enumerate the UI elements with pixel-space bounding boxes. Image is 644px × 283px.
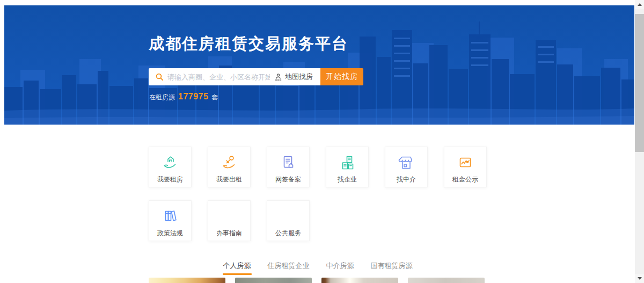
hand-key-icon bbox=[220, 152, 238, 173]
scroll-down-button[interactable] bbox=[635, 274, 644, 283]
service-card-find-agency[interactable]: 找中介 bbox=[385, 147, 428, 187]
service-card-public-services[interactable]: 公共服务 bbox=[267, 200, 310, 241]
service-grid: 我要租房 我要出租 网签备案 bbox=[149, 147, 487, 241]
service-card-find-enterprise[interactable]: 找企业 bbox=[326, 147, 369, 187]
scroll-up-button[interactable] bbox=[635, 0, 644, 9]
tab-label: 中介房源 bbox=[326, 262, 354, 270]
tab-label: 个人房源 bbox=[223, 262, 251, 270]
document-house-icon bbox=[279, 152, 297, 173]
listing-tabs: 个人房源 住房租赁企业 中介房源 国有租赁房源 bbox=[0, 261, 635, 275]
service-card-label: 网签备案 bbox=[275, 175, 301, 184]
search-icon bbox=[155, 72, 164, 81]
page-title: 成都住房租赁交易服务平台 bbox=[149, 33, 348, 55]
active-tab-underline bbox=[223, 273, 252, 275]
search-bar: 地图找房 开始找房 bbox=[149, 68, 363, 85]
service-card-label: 我要租房 bbox=[157, 175, 183, 184]
map-person-icon bbox=[274, 73, 282, 81]
listing-photo-row bbox=[149, 278, 485, 283]
stats-count: 177975 bbox=[178, 92, 208, 101]
tab-state-owned-listings[interactable]: 国有租赁房源 bbox=[371, 261, 413, 275]
service-card-policies[interactable]: 政策法规 bbox=[149, 200, 192, 241]
service-card-contract-filing[interactable]: 网签备案 bbox=[267, 147, 310, 187]
line-chart-icon bbox=[456, 152, 474, 173]
listing-photo[interactable] bbox=[408, 278, 485, 283]
hand-house-icon bbox=[161, 152, 179, 173]
service-card-label: 租金公示 bbox=[452, 175, 478, 184]
listing-photo[interactable] bbox=[321, 278, 398, 283]
stats-prefix: 在租房源 bbox=[149, 93, 175, 102]
tab-agency-listings[interactable]: 中介房源 bbox=[326, 261, 355, 275]
vertical-scrollbar[interactable] bbox=[635, 0, 644, 283]
service-card-label: 政策法规 bbox=[157, 229, 183, 238]
scroll-down-icon bbox=[638, 277, 642, 280]
tab-label: 国有租赁房源 bbox=[371, 262, 413, 270]
tab-personal-listings[interactable]: 个人房源 bbox=[223, 261, 252, 275]
map-search-label: 地图找房 bbox=[285, 72, 313, 82]
map-search-link[interactable]: 地图找房 bbox=[270, 72, 320, 82]
scroll-up-icon bbox=[638, 3, 642, 6]
service-card-lease-out[interactable]: 我要出租 bbox=[208, 147, 251, 187]
service-card-service-guide[interactable]: 办事指南 bbox=[208, 200, 251, 241]
scrollbar-thumb[interactable] bbox=[635, 14, 644, 152]
service-card-label: 公共服务 bbox=[275, 229, 301, 238]
service-card-label: 我要出租 bbox=[216, 175, 242, 184]
service-card-label: 找企业 bbox=[338, 175, 357, 184]
tab-rental-enterprises[interactable]: 住房租赁企业 bbox=[268, 261, 310, 275]
tab-label: 住房租赁企业 bbox=[268, 262, 310, 270]
listing-count-stats: 在租房源 177975 套 bbox=[149, 92, 218, 102]
buildings-icon bbox=[338, 152, 356, 173]
search-input[interactable] bbox=[167, 73, 270, 81]
stats-unit: 套 bbox=[211, 93, 218, 102]
books-icon bbox=[161, 206, 179, 227]
search-box: 地图找房 bbox=[149, 68, 320, 85]
service-card-label: 办事指南 bbox=[216, 229, 242, 238]
listing-photo[interactable] bbox=[235, 278, 312, 283]
listing-photo[interactable] bbox=[149, 278, 225, 283]
storefront-icon bbox=[397, 152, 415, 173]
hero-banner: 成都住房租赁交易服务平台 地图找房 开始找房 在租房源 17797 bbox=[4, 5, 634, 125]
service-card-rent[interactable]: 我要租房 bbox=[149, 147, 192, 187]
start-search-button[interactable]: 开始找房 bbox=[320, 68, 363, 85]
service-card-label: 找中介 bbox=[397, 175, 416, 184]
service-card-rent-publicity[interactable]: 租金公示 bbox=[444, 147, 487, 187]
